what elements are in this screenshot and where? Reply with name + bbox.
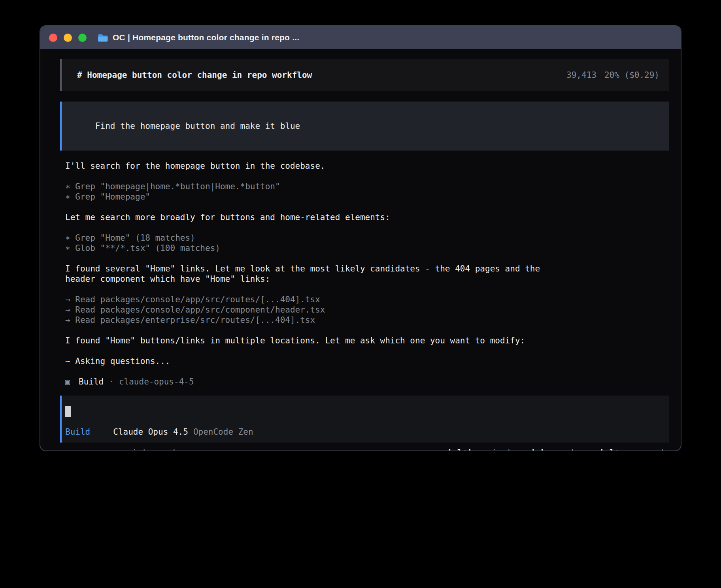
agent-model: claude-opus-4-5 bbox=[119, 377, 194, 387]
agent-status-icon: ▣ bbox=[65, 377, 70, 387]
status-bar: esc interrupt ctrl+t variants tab agents… bbox=[56, 447, 669, 450]
zoom-button[interactable] bbox=[78, 34, 87, 42]
window-title: OC | Homepage button color change in rep… bbox=[113, 33, 299, 42]
window-title-group: OC | Homepage button color change in rep… bbox=[98, 33, 299, 42]
terminal-window: OC | Homepage button color change in rep… bbox=[40, 25, 681, 451]
status-line-asking: ~ Asking questions... bbox=[65, 356, 669, 366]
user-message: Find the homepage button and make it blu… bbox=[60, 102, 669, 151]
input-meta-line: Build Claude Opus 4.5 OpenCode Zen bbox=[65, 427, 659, 437]
terminal-content: # Homepage button color change in repo w… bbox=[40, 49, 681, 450]
assistant-message: I found "Home" buttons/links in multiple… bbox=[65, 335, 669, 346]
token-count: 39,413 bbox=[566, 70, 596, 80]
input-agent-label[interactable]: Build bbox=[65, 427, 90, 437]
context-cost: 20% ($0.29) bbox=[604, 70, 659, 80]
tab-key: tab bbox=[531, 447, 546, 450]
tool-call-glob: ∗ Glob "**/*.tsx" (100 matches) bbox=[65, 243, 669, 253]
agent-status-line: ▣ Build · claude-opus-4-5 bbox=[65, 377, 669, 387]
assistant-message: I'll search for the homepage button in t… bbox=[65, 161, 669, 171]
assistant-message-wrapped: I found several "Home" links. Let me loo… bbox=[65, 264, 669, 284]
input-model-label[interactable]: Claude Opus 4.5 bbox=[113, 427, 188, 437]
agent-name: Build bbox=[79, 377, 104, 387]
session-header: # Homepage button color change in repo w… bbox=[60, 59, 669, 91]
tool-call-grep: ∗ Grep "homepage|home.*button|Home.*butt… bbox=[65, 181, 669, 192]
file-read-line: → Read packages/console/app/src/routes/[… bbox=[65, 294, 669, 305]
ctrl-p-key: ctrl+p bbox=[595, 447, 625, 450]
agents-label: agents bbox=[550, 447, 580, 450]
esc-label: interrupt bbox=[132, 447, 177, 450]
assistant-transcript: I'll search for the homepage button in t… bbox=[60, 161, 669, 387]
folder-icon bbox=[98, 33, 108, 42]
file-read-line: → Read packages/console/app/src/componen… bbox=[65, 305, 669, 315]
assistant-message: header component which have "Home" links… bbox=[65, 274, 669, 284]
tool-call-group: ∗ Grep "homepage|home.*button|Home.*butt… bbox=[65, 181, 669, 202]
user-message-text: Find the homepage button and make it blu… bbox=[95, 121, 300, 131]
session-title: # Homepage button color change in repo w… bbox=[77, 70, 312, 80]
hint-agents: tab agents bbox=[531, 447, 580, 450]
titlebar[interactable]: OC | Homepage button color change in rep… bbox=[40, 26, 681, 49]
hint-commands: ctrl+p commands bbox=[595, 447, 669, 450]
interrupt-hint: esc interrupt bbox=[112, 447, 177, 450]
session-stats: 39,413 20% ($0.29) bbox=[566, 70, 659, 80]
input-provider-label: OpenCode Zen bbox=[193, 427, 253, 437]
prompt-input[interactable]: Build Claude Opus 4.5 OpenCode Zen bbox=[60, 396, 669, 443]
file-read-line: → Read packages/enterprise/src/routes/[.… bbox=[65, 315, 669, 325]
text-cursor bbox=[65, 406, 71, 417]
agent-separator: · bbox=[109, 377, 114, 387]
commands-label: commands bbox=[629, 447, 669, 450]
esc-key: esc bbox=[112, 447, 127, 450]
variants-label: variants bbox=[477, 447, 517, 450]
assistant-message: I found several "Home" links. Let me loo… bbox=[65, 264, 669, 274]
close-button[interactable] bbox=[49, 34, 57, 42]
tool-call-group: ∗ Grep "Home" (18 matches) ∗ Glob "**/*.… bbox=[65, 233, 669, 253]
traffic-lights bbox=[49, 34, 87, 42]
assistant-message: Let me search more broadly for buttons a… bbox=[65, 212, 669, 222]
shortcut-hints: ctrl+t variants tab agents ctrl+p comman… bbox=[442, 447, 669, 450]
hint-variants: ctrl+t variants bbox=[442, 447, 517, 450]
tool-call-grep: ∗ Grep "Home" (18 matches) bbox=[65, 233, 669, 243]
tool-call-grep: ∗ Grep "Homepage" bbox=[65, 192, 669, 202]
minimize-button[interactable] bbox=[64, 34, 72, 42]
ctrl-t-key: ctrl+t bbox=[442, 447, 472, 450]
file-read-group: → Read packages/console/app/src/routes/[… bbox=[65, 294, 669, 325]
